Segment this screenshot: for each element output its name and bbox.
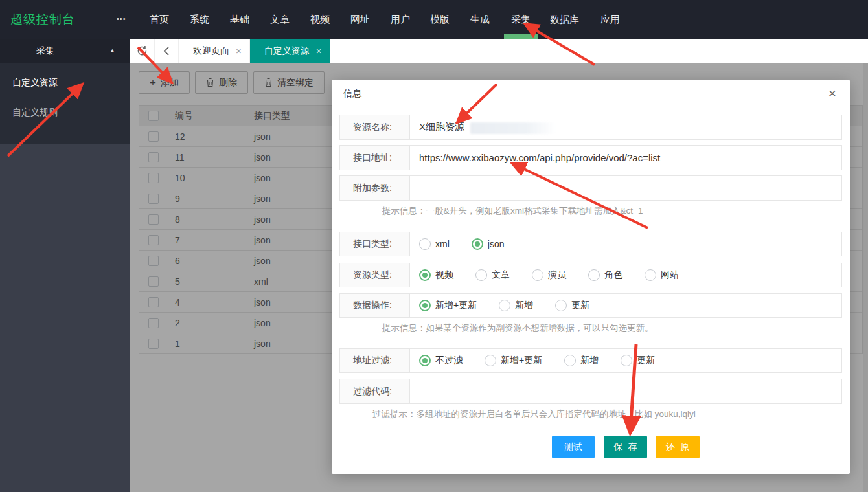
refresh-button[interactable]: [130, 39, 155, 63]
field-row-api-url: 接口地址:https://www.xxibaozyw.com/api.php/p…: [339, 145, 842, 170]
sidebar-submenu: 自定义资源自定义规则: [0, 63, 130, 144]
nav-item-6[interactable]: 网址: [350, 0, 370, 39]
radio-icon: [532, 269, 543, 281]
radio-icon: [419, 269, 431, 281]
field-row-resource-type: 资源类型:视频文章演员角色网站: [339, 263, 842, 287]
radio-label: 更新: [637, 355, 655, 366]
data-operation-radio-group: 新增+更新新增更新: [410, 294, 841, 317]
resource-type-option-1[interactable]: 视频: [419, 269, 453, 281]
resource-type-option-5[interactable]: 网站: [645, 269, 679, 281]
nav-item-12[interactable]: 应用: [600, 0, 620, 39]
radio-icon: [499, 300, 510, 311]
collapse-triangle-icon: ▲: [109, 39, 115, 63]
radio-icon: [588, 269, 600, 281]
modal-header-divider: [332, 107, 850, 107]
nav-item-9[interactable]: 生成: [470, 0, 490, 39]
radio-icon: [555, 300, 567, 311]
api-type-option-2[interactable]: json: [472, 238, 505, 250]
radio-icon: [621, 355, 632, 366]
data-operation-option-1[interactable]: 新增+更新: [419, 300, 477, 311]
resource-type-option-2[interactable]: 文章: [475, 269, 510, 281]
nav-item-5[interactable]: 视频: [310, 0, 330, 39]
close-icon[interactable]: ×: [824, 85, 841, 102]
radio-label: 视频: [435, 269, 453, 281]
tab-label: 自定义资源: [264, 45, 310, 57]
sidebar-item-1[interactable]: 自定义资源: [0, 68, 130, 96]
test-button[interactable]: 测试: [552, 436, 595, 458]
radio-label: 不过滤: [435, 355, 463, 366]
radio-icon: [419, 238, 431, 250]
radio-icon: [485, 355, 496, 366]
extra-params-input[interactable]: [410, 176, 841, 200]
api-url-input[interactable]: https://www.xxibaozyw.com/api.php/provid…: [410, 146, 841, 170]
radio-label: 角色: [604, 269, 622, 281]
nav-item-10[interactable]: 采集: [511, 0, 531, 39]
operation-hint: 提示信息：如果某个资源作为副资源不想新增数据，可以只勾选更新。: [382, 322, 654, 334]
url-filter-label: 地址过滤:: [340, 349, 410, 372]
url-filter-option-4[interactable]: 更新: [621, 355, 655, 366]
field-row-api-type: 接口类型:xmljson: [339, 232, 842, 256]
tab-1[interactable]: 欢迎页面×: [179, 39, 250, 63]
modal-title: 信息: [343, 80, 361, 107]
radio-icon: [419, 300, 431, 311]
nav-item-3[interactable]: 基础: [230, 0, 249, 39]
data-operation-option-2[interactable]: 新增: [499, 300, 533, 311]
url-filter-radio-group: 不过滤新增+更新新增更新: [410, 349, 841, 372]
resource-type-label: 资源类型:: [340, 263, 410, 287]
sidebar-item-2[interactable]: 自定义规则: [0, 98, 130, 126]
api-url-label: 接口地址:: [340, 146, 410, 170]
tab-close-icon[interactable]: ×: [236, 46, 242, 56]
tab-close-icon[interactable]: ×: [316, 46, 322, 56]
nav-item-1[interactable]: 首页: [150, 0, 169, 39]
sidebar-group-label: 采集: [36, 45, 54, 56]
sidebar: 采集 ▲ 自定义资源自定义规则: [0, 39, 130, 492]
data-operation-option-3[interactable]: 更新: [555, 300, 589, 311]
radio-label: 新增: [515, 300, 533, 311]
url-filter-option-2[interactable]: 新增+更新: [485, 355, 542, 366]
field-row-resource-name: 资源名称:X细胞资源: [339, 115, 842, 140]
refresh-icon: [136, 45, 148, 57]
url-filter-option-1[interactable]: 不过滤: [419, 355, 463, 366]
filter-code-input[interactable]: [410, 379, 841, 403]
resource-type-option-3[interactable]: 演员: [532, 269, 566, 281]
data-operation-label: 数据操作:: [340, 294, 410, 317]
field-row-url-filter: 地址过滤:不过滤新增+更新新增更新: [339, 348, 842, 373]
nav-item-11[interactable]: 数据库: [550, 0, 579, 39]
radio-icon: [645, 269, 656, 281]
app-logo[interactable]: 超级控制台: [10, 0, 75, 39]
radio-label: 新增+更新: [435, 300, 477, 311]
masked-text-blur: [470, 122, 556, 134]
radio-icon: [475, 269, 487, 281]
nav-item-8[interactable]: 模版: [430, 0, 450, 39]
save-button[interactable]: 保存: [604, 436, 647, 458]
resource-type-radio-group: 视频文章演员角色网站: [410, 263, 841, 287]
field-row-extra-params: 附加参数:: [339, 175, 842, 201]
filter-hint: 过滤提示：多组地址的资源开启白名单后只会入库指定代码的地址。比如 youku,i…: [372, 408, 696, 420]
nav-item-7[interactable]: 用户: [391, 0, 410, 39]
radio-icon: [419, 355, 431, 366]
app-root: 超级控制台 ••• 首页系统基础文章视频网址用户模版生成采集数据库应用 采集 ▲…: [0, 0, 868, 492]
nav-more-icon[interactable]: •••: [117, 0, 126, 38]
tab-bar: 欢迎页面×自定义资源×: [130, 39, 868, 63]
api-type-option-1[interactable]: xml: [419, 238, 450, 250]
resource-name-label: 资源名称:: [340, 115, 410, 139]
nav-item-2[interactable]: 系统: [190, 0, 209, 39]
radio-label: json: [488, 239, 505, 249]
radio-icon: [472, 238, 483, 250]
info-modal: 信息 × 资源名称:X细胞资源接口地址:https://www.xxibaozy…: [332, 80, 850, 474]
params-hint: 提示信息：一般&开头，例如老版xml格式采集下载地址需加入&ct=1: [382, 205, 643, 217]
restore-button[interactable]: 还原: [656, 436, 700, 458]
sidebar-group-caiji[interactable]: 采集 ▲: [0, 39, 130, 63]
radio-label: 演员: [548, 269, 566, 281]
field-row-filter-code: 过滤代码:: [339, 379, 842, 404]
resource-type-option-4[interactable]: 角色: [588, 269, 622, 281]
radio-label: 更新: [571, 300, 589, 311]
radio-label: 新增+更新: [501, 355, 542, 366]
nav-item-4[interactable]: 文章: [270, 0, 290, 39]
url-filter-option-3[interactable]: 新增: [564, 355, 599, 366]
radio-label: xml: [435, 239, 450, 249]
tab-2[interactable]: 自定义资源×: [250, 39, 330, 63]
radio-label: 网站: [661, 269, 679, 281]
back-button[interactable]: [155, 39, 179, 63]
tab-label: 欢迎页面: [193, 45, 229, 57]
